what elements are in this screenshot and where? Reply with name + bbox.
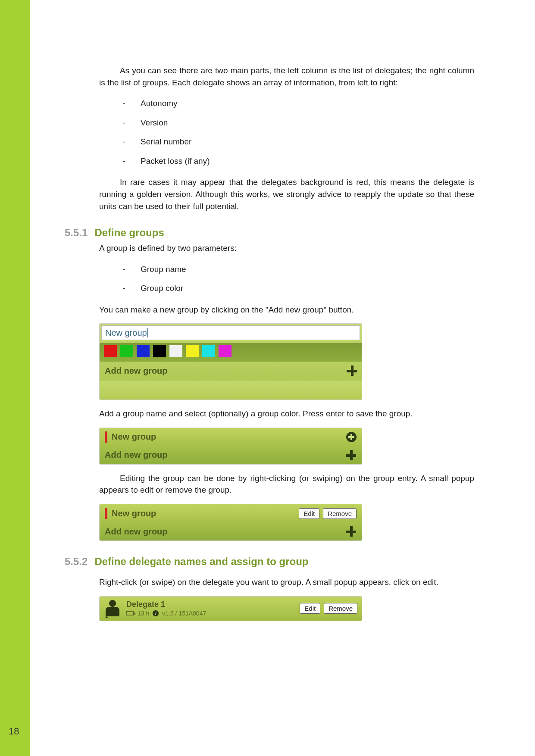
sec551-paragraph-2: You can make a new group by clicking on … xyxy=(99,304,474,316)
add-new-group-row[interactable]: Add new group xyxy=(100,446,362,464)
color-swatch-black[interactable] xyxy=(153,345,166,357)
delegate-name: Delegate 1 xyxy=(126,600,206,609)
heading-552: 5.5.2 Define delegate names and assign t… xyxy=(65,556,487,568)
group-row[interactable]: New group xyxy=(100,428,362,446)
add-new-group-label: Add new group xyxy=(105,366,168,376)
group-row-label: New group xyxy=(112,509,156,519)
color-swatch-green[interactable] xyxy=(120,345,133,357)
delegate-battery: 13 h xyxy=(138,610,149,617)
color-palette xyxy=(100,343,362,362)
plus-icon xyxy=(345,526,357,537)
add-new-group-label: Add new group xyxy=(105,527,168,537)
add-new-group-row[interactable]: Add new group xyxy=(100,362,362,381)
heading-number: 5.5.2 xyxy=(65,556,88,568)
list-item: Autonomy xyxy=(116,98,487,109)
page-number: 18 xyxy=(9,726,19,737)
figure-group-context-menu: New group Edit Remove Add new group xyxy=(99,504,362,541)
remove-button[interactable]: Remove xyxy=(324,603,357,614)
group-name-input[interactable]: New group xyxy=(101,325,360,340)
figure-group-saved: New group Add new group xyxy=(99,428,362,465)
heading-title: Define delegate names and assign to grou… xyxy=(94,556,308,568)
list-item: Packet loss (if any) xyxy=(116,156,487,167)
color-swatch-magenta[interactable] xyxy=(219,345,232,357)
delegate-info: Delegate 1 13 h i v1.6 / 151A0047 xyxy=(126,600,206,617)
list-item: Serial number xyxy=(116,136,487,148)
intro-paragraph-2: In rare cases it may appear that the del… xyxy=(99,176,474,212)
color-swatch-yellow[interactable] xyxy=(186,345,199,357)
sec551-paragraph-3: Add a group name and select (optionally)… xyxy=(99,408,474,420)
list-item: Version xyxy=(116,117,487,129)
add-new-group-row[interactable]: Add new group xyxy=(100,522,362,540)
figure-new-group-panel: New group Add new group xyxy=(99,323,362,400)
list-item: Group color xyxy=(116,283,487,294)
heading-title: Define groups xyxy=(94,227,164,239)
sec551-paragraph-4: Editing the group can be done by right-c… xyxy=(99,472,474,496)
text-cursor xyxy=(147,328,148,337)
color-swatch-cyan[interactable] xyxy=(202,345,215,357)
group-color-indicator xyxy=(105,431,107,443)
battery-icon xyxy=(126,611,134,615)
intro-list: Autonomy Version Serial number Packet lo… xyxy=(116,98,487,167)
group-row[interactable]: New group Edit Remove xyxy=(100,504,362,522)
group-color-indicator xyxy=(105,508,107,519)
group-name-input-value: New group xyxy=(105,328,147,338)
intro-paragraph-1: As you can see there are two main parts,… xyxy=(99,65,474,88)
plus-icon xyxy=(345,450,357,461)
plus-icon xyxy=(346,365,357,376)
sec551-paragraph-1: A group is defined by two parameters: xyxy=(99,242,474,254)
remove-button[interactable]: Remove xyxy=(323,508,357,519)
group-row-label: New group xyxy=(112,432,156,442)
sec552-paragraph-1: Right-click (or swipe) on the delegate y… xyxy=(99,576,474,588)
color-swatch-red[interactable] xyxy=(104,345,117,357)
heading-number: 5.5.1 xyxy=(65,227,88,239)
sec551-list: Group name Group color xyxy=(116,264,487,294)
color-swatch-blue[interactable] xyxy=(137,345,150,357)
delegate-version-serial: v1.6 / 151A0047 xyxy=(162,610,206,617)
add-new-group-label: Add new group xyxy=(105,450,168,460)
avatar-icon: 1 xyxy=(104,599,121,618)
page-content: As you can see there are two main parts,… xyxy=(65,65,487,629)
add-to-group-icon[interactable] xyxy=(346,432,357,442)
info-icon: i xyxy=(153,610,159,616)
heading-551: 5.5.1 Define groups xyxy=(65,227,487,239)
left-accent-bar xyxy=(0,0,30,756)
color-swatch-white[interactable] xyxy=(169,345,182,357)
edit-button[interactable]: Edit xyxy=(300,603,320,614)
panel-spacer xyxy=(100,381,362,400)
list-item: Group name xyxy=(116,264,487,275)
figure-delegate-row[interactable]: 1 Delegate 1 13 h i v1.6 / 151A0047 Edit xyxy=(99,596,362,621)
edit-button[interactable]: Edit xyxy=(299,508,319,519)
